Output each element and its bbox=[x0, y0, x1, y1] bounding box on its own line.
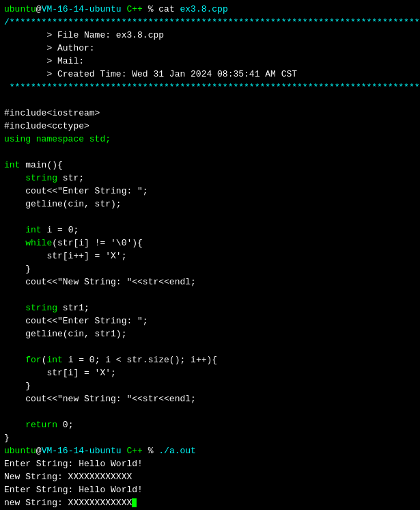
meta-filename: > File Name: ex3.8.cpp bbox=[4, 29, 416, 42]
cursor bbox=[132, 498, 137, 507]
blank-3 bbox=[4, 211, 416, 224]
cmd-arg-filename: ex3.8.cpp bbox=[180, 4, 228, 14]
meta-author: > Author: bbox=[4, 42, 416, 55]
code-cout-new: cout<<"New String: "<<str<<endl; bbox=[4, 276, 416, 288]
code-while-close: } bbox=[4, 263, 416, 276]
code-main: int main(){ bbox=[4, 159, 416, 172]
prompt-line-1: ubuntu@VM-16-14-ubuntu C++ % cat ex3.8.c… bbox=[4, 3, 416, 16]
stars-bottom: ****************************************… bbox=[4, 81, 416, 94]
code-string-str: string str; bbox=[4, 172, 416, 185]
prompt-lang-2: C++ bbox=[122, 446, 143, 456]
code-for-body: str[i] = 'X'; bbox=[4, 366, 416, 379]
blank-1 bbox=[4, 94, 416, 107]
cmd-run: ./a.out bbox=[158, 446, 196, 456]
prompt-line-2: ubuntu@VM-16-14-ubuntu C++ % ./a.out bbox=[4, 444, 416, 457]
blank-4 bbox=[4, 288, 416, 301]
meta-created: > Created Time: Wed 31 Jan 2024 08:35:41… bbox=[4, 68, 416, 81]
output-line-1: Enter String: Hello World! bbox=[4, 457, 416, 470]
stars-top: /***************************************… bbox=[4, 16, 416, 29]
output-line-2: New String: XXXXXXXXXXXX bbox=[4, 470, 416, 483]
prompt-user-2: ubuntu bbox=[4, 446, 36, 456]
meta-mail: > Mail: bbox=[4, 55, 416, 68]
code-include-iostream: #include<iostream> bbox=[4, 107, 416, 120]
code-string-str1: string str1; bbox=[4, 301, 416, 314]
terminal: ubuntu@VM-16-14-ubuntu C++ % cat ex3.8.c… bbox=[0, 0, 420, 510]
prompt-host: VM-16-14-ubuntu bbox=[42, 4, 122, 14]
prompt-lang: C++ bbox=[122, 4, 143, 14]
output-line-4: new String: XXXXXXXXXXXX CSDN @Navigator… bbox=[4, 496, 416, 510]
code-cout-new2: cout<<"new String: "<<str<<endl; bbox=[4, 392, 416, 405]
blank-5 bbox=[4, 340, 416, 353]
code-main-close: } bbox=[4, 431, 416, 444]
code-return: return 0; bbox=[4, 418, 416, 431]
code-getline2: getline(cin, str1); bbox=[4, 327, 416, 340]
blank-2 bbox=[4, 146, 416, 159]
code-cout-enter: cout<<"Enter String: "; bbox=[4, 185, 416, 198]
code-str-inc: str[i++] = 'X'; bbox=[4, 250, 416, 263]
cmd-cat: cat bbox=[158, 4, 180, 14]
prompt-user: ubuntu bbox=[4, 4, 36, 14]
code-while: while(str[i] != '\0'){ bbox=[4, 237, 416, 250]
output-line-3: Enter String: Hello World! bbox=[4, 483, 416, 496]
code-getline: getline(cin, str); bbox=[4, 198, 416, 211]
code-for-close: } bbox=[4, 379, 416, 392]
code-int-i: int i = 0; bbox=[4, 224, 416, 237]
code-for: for(int i = 0; i < str.size(); i++){ bbox=[4, 353, 416, 366]
blank-6 bbox=[4, 405, 416, 418]
code-include-cctype: #include<cctype> bbox=[4, 120, 416, 133]
code-using: using namespace std; bbox=[4, 133, 416, 146]
prompt-host-2: VM-16-14-ubuntu bbox=[42, 446, 122, 456]
code-cout-enter2: cout<<"Enter String: "; bbox=[4, 314, 416, 327]
